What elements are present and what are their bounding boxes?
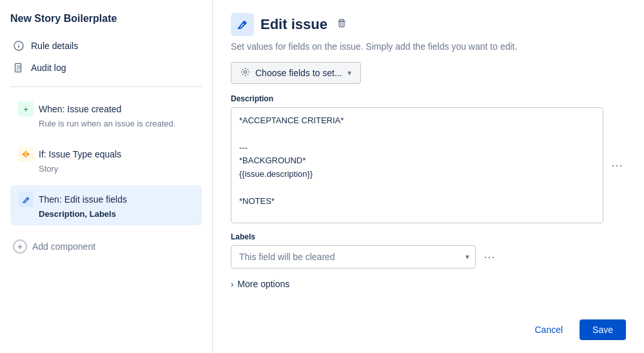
then-icon bbox=[18, 192, 34, 207]
page-title: Edit issue bbox=[260, 16, 327, 33]
save-button[interactable]: Save bbox=[580, 319, 626, 340]
sidebar-item-label-rule-details: Rule details bbox=[31, 41, 78, 51]
main-description-text: Set values for fields on the issue. Simp… bbox=[231, 41, 626, 52]
edit-icon-badge bbox=[231, 13, 254, 36]
chevron-right-icon: › bbox=[231, 279, 233, 289]
labels-more-options-button[interactable]: ⋯ bbox=[481, 246, 498, 268]
if-icon bbox=[18, 146, 34, 162]
sidebar: New Story Boilerplate Rule details Audit… bbox=[0, 0, 213, 353]
description-more-options-button[interactable]: ⋯ bbox=[609, 154, 626, 176]
choose-fields-button[interactable]: Choose fields to set... ▾ bbox=[231, 62, 361, 84]
svg-rect-8 bbox=[339, 22, 344, 27]
add-circle-icon: + bbox=[13, 239, 27, 254]
when-icon: + bbox=[18, 101, 34, 117]
then-block-sub: Description, Labels bbox=[39, 209, 194, 219]
sidebar-divider bbox=[10, 86, 202, 87]
description-field-label: Description bbox=[231, 94, 626, 103]
main-content: Edit issue Set values for fields on the … bbox=[213, 0, 644, 353]
sidebar-title: New Story Boilerplate bbox=[10, 13, 202, 25]
footer-actions: Cancel Save bbox=[231, 309, 626, 340]
labels-field-label: Labels bbox=[231, 232, 626, 241]
document-icon bbox=[13, 62, 24, 74]
main-header: Edit issue bbox=[231, 13, 626, 36]
labels-select-wrapper: This field will be cleared ▾ bbox=[231, 245, 476, 268]
sidebar-item-label-audit-log: Audit log bbox=[31, 63, 66, 73]
when-block[interactable]: + When: Issue created Rule is run when a… bbox=[10, 95, 202, 135]
svg-rect-1 bbox=[18, 45, 19, 48]
then-block-header: Then: Edit issue fields bbox=[39, 194, 127, 205]
cancel-button[interactable]: Cancel bbox=[524, 319, 573, 340]
add-component-label: Add component bbox=[32, 241, 95, 252]
description-textarea[interactable] bbox=[231, 107, 603, 223]
trash-icon[interactable] bbox=[337, 18, 347, 31]
when-block-sub: Rule is run when an issue is created. bbox=[39, 119, 194, 128]
then-block[interactable]: Then: Edit issue fields Description, Lab… bbox=[10, 185, 202, 225]
circle-info-icon bbox=[13, 40, 24, 52]
if-block[interactable]: If: Issue Type equals Story bbox=[10, 140, 202, 180]
choose-fields-label: Choose fields to set... bbox=[255, 68, 342, 78]
svg-rect-2 bbox=[18, 43, 19, 45]
gear-icon bbox=[240, 67, 250, 79]
more-options-label: More options bbox=[237, 279, 289, 289]
chevron-down-icon: ▾ bbox=[347, 68, 351, 77]
svg-point-11 bbox=[244, 70, 246, 73]
labels-select[interactable]: This field will be cleared bbox=[231, 245, 476, 268]
add-component[interactable]: + Add component bbox=[10, 233, 202, 260]
sidebar-item-audit-log[interactable]: Audit log bbox=[10, 57, 202, 79]
sidebar-item-rule-details[interactable]: Rule details bbox=[10, 35, 202, 57]
more-options-row[interactable]: › More options bbox=[231, 276, 626, 292]
description-row: ⋯ bbox=[231, 107, 626, 223]
when-block-header: When: Issue created bbox=[39, 104, 121, 114]
labels-row: This field will be cleared ▾ ⋯ bbox=[231, 245, 626, 268]
if-block-header: If: Issue Type equals bbox=[39, 149, 121, 159]
if-block-sub: Story bbox=[39, 164, 194, 174]
